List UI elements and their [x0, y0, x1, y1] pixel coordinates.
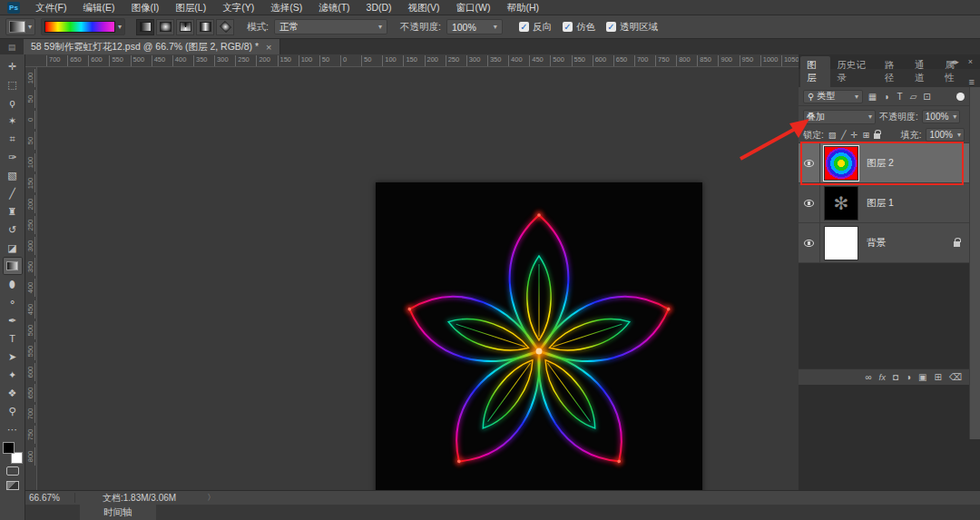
- quick-mask-button[interactable]: [3, 464, 23, 478]
- path-select-tool[interactable]: ➤: [3, 348, 23, 366]
- clone-stamp-tool[interactable]: ♜: [3, 202, 23, 221]
- history-brush-tool[interactable]: ↺: [3, 221, 23, 239]
- angle-gradient-button[interactable]: [176, 19, 194, 35]
- layer-opacity-select[interactable]: 100% ▾: [922, 110, 961, 123]
- lasso-tool[interactable]: ϙ: [3, 93, 23, 112]
- menu-item[interactable]: 文件(F): [27, 0, 74, 15]
- delete-layer-icon[interactable]: ⌫: [949, 372, 962, 382]
- menu-item[interactable]: 滤镜(T): [310, 0, 358, 15]
- menu-item[interactable]: 3D(D): [358, 0, 400, 15]
- close-icon[interactable]: ×: [266, 42, 271, 53]
- filter-pixel-layers-icon[interactable]: ▦: [867, 92, 878, 102]
- lock-paint-icon[interactable]: ╱: [841, 130, 847, 140]
- gradient-tool[interactable]: [3, 257, 23, 275]
- menu-item[interactable]: 图像(I): [122, 0, 167, 15]
- reflected-gradient-button-icon: [200, 22, 211, 32]
- healing-brush-tool[interactable]: ▧: [3, 166, 23, 184]
- screen-mode-button[interactable]: [3, 478, 23, 493]
- tab-layers[interactable]: 图层: [800, 56, 830, 87]
- panel-scrollbar[interactable]: [969, 87, 980, 439]
- ruler-tick-label: 450: [26, 300, 35, 319]
- move-tool[interactable]: ✛: [3, 57, 23, 75]
- link-layers-icon[interactable]: ∞: [865, 372, 871, 382]
- adjustment-layer-icon[interactable]: ◑: [906, 372, 911, 382]
- filter-smart-objects-icon[interactable]: ⊡: [921, 92, 933, 102]
- blur-tool[interactable]: ⬮: [3, 275, 23, 293]
- reflected-gradient-button[interactable]: [196, 19, 214, 35]
- layer-blend-mode-select[interactable]: 叠加 ▾: [803, 110, 876, 124]
- pen-tool[interactable]: ✒: [3, 311, 23, 329]
- new-layer-icon[interactable]: ⊞: [934, 372, 941, 382]
- foreground-color-swatch[interactable]: [3, 442, 15, 454]
- layer-thumbnail[interactable]: [824, 146, 858, 181]
- filter-shape-layers-icon[interactable]: ▱: [907, 92, 919, 102]
- tab-panel-3[interactable]: 通道: [908, 56, 938, 87]
- tab-panel-4[interactable]: 属性: [938, 56, 968, 87]
- ruler-tick-label: 950: [740, 55, 754, 67]
- tab-timeline[interactable]: 时间轴: [80, 505, 156, 520]
- eye-icon[interactable]: [804, 240, 814, 247]
- layers-panel-bottom-bar: ∞fx◘◑▣⊞⌫: [799, 368, 969, 385]
- hand-tool[interactable]: ❖: [3, 384, 23, 402]
- group-layers-icon[interactable]: ▣: [918, 372, 926, 382]
- brush-tool[interactable]: ╱: [3, 184, 23, 202]
- visibility-cell[interactable]: [799, 143, 820, 182]
- tab-panel-1[interactable]: 历史记录: [830, 56, 878, 87]
- menu-item[interactable]: 帮助(H): [499, 0, 548, 15]
- visibility-cell[interactable]: [799, 223, 820, 262]
- layer-thumbnail[interactable]: [824, 226, 858, 260]
- filter-type-layers-icon[interactable]: T: [894, 92, 906, 102]
- marquee-tool[interactable]: ⬚: [3, 75, 23, 93]
- lock-position-icon[interactable]: ✛: [851, 130, 858, 140]
- eyedropper-tool[interactable]: ✑: [3, 148, 23, 166]
- filter-adjustment-layers-icon[interactable]: ◑: [880, 92, 892, 102]
- lock-transparent-icon[interactable]: ▨: [828, 130, 837, 140]
- gradient-editor-preview[interactable]: ▾: [41, 18, 125, 35]
- layer-fill-select[interactable]: 100% ▾: [926, 128, 965, 142]
- layer-row[interactable]: 背景: [799, 223, 969, 263]
- filter-toggle-icon[interactable]: [956, 93, 965, 101]
- layer-style-icon[interactable]: fx: [879, 372, 886, 382]
- eye-icon[interactable]: [804, 160, 814, 167]
- radial-gradient-button[interactable]: [156, 19, 174, 35]
- lock-artboard-icon[interactable]: ⊞: [862, 130, 869, 140]
- menu-item[interactable]: 图层(L): [167, 0, 214, 15]
- layer-row[interactable]: 图层 2: [799, 143, 969, 183]
- blend-mode-select[interactable]: 正常 ▾: [274, 19, 387, 34]
- menu-item[interactable]: 编辑(E): [74, 0, 122, 15]
- tab-list-icon[interactable]: ▤: [0, 40, 24, 54]
- color-swatches[interactable]: [3, 442, 23, 464]
- tool-preset-picker[interactable]: ▾: [5, 18, 35, 35]
- lock-all-icon[interactable]: [874, 133, 880, 139]
- status-chevron-icon[interactable]: 〉: [207, 492, 215, 504]
- menu-item[interactable]: 视图(V): [400, 0, 448, 15]
- menu-item[interactable]: 窗口(W): [448, 0, 499, 15]
- zoom-tool[interactable]: ⚲: [3, 402, 23, 420]
- zoom-level-field[interactable]: 66.67%: [25, 493, 75, 503]
- linear-gradient-button[interactable]: [136, 19, 154, 35]
- filter-kind-select[interactable]: ⚲ 类型 ▾: [803, 90, 863, 103]
- crop-tool[interactable]: ⌗: [3, 130, 23, 148]
- document-tab[interactable]: 58 59制作霓虹灯花12.psd @ 66.7% (图层 2, RGB/8) …: [24, 39, 280, 54]
- dodge-tool[interactable]: ⚬: [3, 293, 23, 311]
- layer-row[interactable]: ✻图层 1: [799, 183, 969, 223]
- menu-item[interactable]: 选择(S): [262, 0, 310, 15]
- tab-panel-2[interactable]: 路径: [878, 56, 908, 87]
- option-checkbox[interactable]: ✓仿色: [563, 21, 595, 34]
- diamond-gradient-button[interactable]: [216, 19, 234, 35]
- eye-icon[interactable]: [804, 200, 814, 207]
- visibility-cell[interactable]: [799, 183, 820, 222]
- document-canvas[interactable]: [376, 182, 702, 520]
- magic-wand-tool[interactable]: ✶: [3, 112, 23, 130]
- shape-tool[interactable]: ✦: [3, 366, 23, 384]
- type-tool[interactable]: T: [3, 329, 23, 348]
- layer-thumbnail[interactable]: ✻: [824, 186, 858, 221]
- opacity-select[interactable]: 100% ▾: [446, 19, 503, 34]
- more-tools[interactable]: ⋯: [3, 420, 23, 438]
- eraser-tool[interactable]: ◪: [3, 239, 23, 257]
- menu-item[interactable]: 文字(Y): [214, 0, 262, 15]
- option-checkbox[interactable]: ✓透明区域: [606, 21, 658, 34]
- option-checkbox[interactable]: ✓反向: [519, 21, 552, 34]
- panel-menu-icon[interactable]: ≡: [969, 76, 975, 87]
- layer-mask-icon[interactable]: ◘: [893, 372, 898, 382]
